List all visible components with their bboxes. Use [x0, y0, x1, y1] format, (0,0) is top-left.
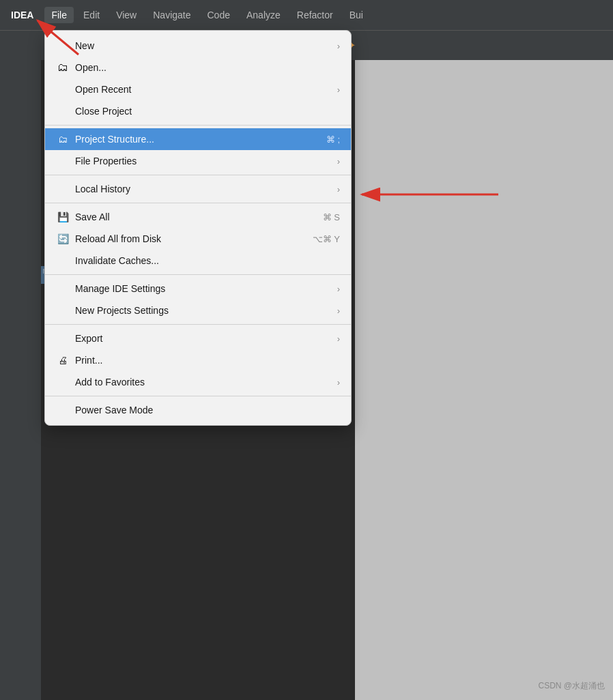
local-history-arrow-icon: › [337, 184, 340, 194]
menu-item-open-recent[interactable]: Open Recent › [45, 78, 351, 100]
menu-item-add-favorites[interactable]: Add to Favorites › [45, 371, 351, 393]
menu-item-new[interactable]: New › [45, 35, 351, 57]
menu-item-power-save[interactable]: Power Save Mode [45, 399, 351, 421]
menu-item-invalidate-caches[interactable]: Invalidate Caches... [45, 250, 351, 272]
menu-item-project-structure-label: Project Structure... [75, 134, 315, 145]
menu-build[interactable]: Bui [343, 7, 370, 23]
menu-item-print-label: Print... [75, 355, 340, 366]
menu-item-open[interactable]: 🗂 Open... [45, 57, 351, 78]
app-logo: IDEA [5, 7, 39, 23]
export-arrow-icon: › [337, 334, 340, 344]
file-properties-icon [56, 154, 70, 168]
power-save-icon [56, 403, 70, 417]
favorites-icon [56, 375, 70, 389]
favorites-arrow-icon: › [337, 377, 340, 388]
menu-item-file-properties[interactable]: File Properties › [45, 150, 351, 172]
menu-navigate[interactable]: Navigate [146, 7, 197, 23]
separator-6 [45, 396, 351, 396]
export-icon [56, 332, 70, 345]
invalidate-icon [56, 254, 70, 267]
menu-refactor[interactable]: Refactor [290, 7, 340, 23]
menu-item-manage-ide[interactable]: Manage IDE Settings › [45, 278, 351, 300]
menu-item-save-all[interactable]: 💾 Save All ⌘ S [45, 206, 351, 228]
menu-item-open-recent-label: Open Recent [75, 84, 332, 95]
project-structure-shortcut: ⌘ ; [326, 134, 340, 145]
new-arrow-icon: › [337, 41, 340, 51]
manage-ide-icon [56, 282, 70, 295]
menu-edit[interactable]: Edit [76, 7, 106, 23]
open-folder-icon: 🗂 [56, 61, 70, 74]
menu-item-add-favorites-label: Add to Favorites [75, 377, 332, 388]
menu-item-project-structure[interactable]: 🗂 Project Structure... ⌘ ; [45, 128, 351, 150]
reload-icon: 🔄 [56, 232, 70, 246]
menu-item-power-save-label: Power Save Mode [75, 405, 340, 415]
menu-item-local-history-label: Local History [75, 184, 332, 194]
open-recent-icon [56, 83, 70, 96]
menu-analyze[interactable]: Analyze [240, 7, 287, 23]
save-all-icon: 💾 [56, 210, 70, 224]
menu-item-open-label: Open... [75, 62, 340, 73]
menu-item-close-project[interactable]: Close Project [45, 100, 351, 122]
right-panel-bg [355, 60, 613, 700]
menu-item-invalidate-caches-label: Invalidate Caches... [75, 255, 340, 266]
side-strip [0, 60, 41, 700]
close-project-icon [56, 104, 70, 118]
menu-item-local-history[interactable]: Local History › [45, 178, 351, 200]
menu-item-new-label: New [75, 40, 332, 51]
menu-view[interactable]: View [109, 7, 143, 23]
menu-code[interactable]: Code [201, 7, 237, 23]
menu-item-file-properties-label: File Properties [75, 156, 332, 166]
menu-item-new-projects-label: New Projects Settings [75, 305, 332, 316]
menu-item-close-project-label: Close Project [75, 106, 340, 117]
menu-bar: IDEA File Edit View Navigate Code Analyz… [0, 0, 613, 30]
watermark: CSDN @水超涌也 [538, 680, 605, 692]
menu-item-print[interactable]: 🖨 Print... [45, 349, 351, 371]
save-all-shortcut: ⌘ S [323, 212, 340, 222]
menu-item-save-all-label: Save All [75, 212, 312, 222]
new-icon [56, 39, 70, 53]
separator-3 [45, 203, 351, 203]
menu-item-reload-label: Reload All from Disk [75, 233, 302, 244]
project-structure-icon: 🗂 [56, 132, 70, 146]
separator-1 [45, 125, 351, 126]
menu-item-reload[interactable]: 🔄 Reload All from Disk ⌥⌘ Y [45, 228, 351, 250]
new-projects-icon [56, 304, 70, 317]
open-recent-arrow-icon: › [337, 85, 340, 95]
menu-item-new-projects-settings[interactable]: New Projects Settings › [45, 300, 351, 321]
separator-5 [45, 324, 351, 325]
file-properties-arrow-icon: › [337, 156, 340, 166]
menu-item-manage-ide-label: Manage IDE Settings [75, 283, 332, 294]
reload-shortcut: ⌥⌘ Y [313, 234, 340, 244]
separator-4 [45, 274, 351, 275]
manage-ide-arrow-icon: › [337, 284, 340, 294]
new-projects-arrow-icon: › [337, 306, 340, 316]
file-dropdown-menu: New › 🗂 Open... Open Recent › Close Proj… [44, 30, 352, 426]
menu-item-export-label: Export [75, 333, 332, 344]
menu-file[interactable]: File [44, 7, 74, 23]
print-icon: 🖨 [56, 353, 70, 367]
local-history-icon [56, 182, 70, 196]
menu-item-export[interactable]: Export › [45, 327, 351, 349]
separator-2 [45, 175, 351, 175]
